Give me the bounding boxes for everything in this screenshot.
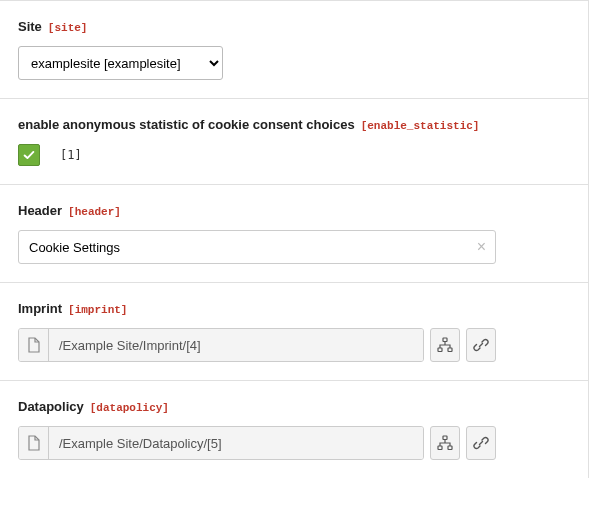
svg-rect-0: [443, 338, 447, 342]
field-label-enable-statistic: enable anonymous statistic of cookie con…: [18, 117, 570, 132]
checkbox-row: [1]: [18, 144, 570, 166]
datapolicy-link-button[interactable]: [466, 426, 496, 460]
enable-statistic-checkbox[interactable]: [18, 144, 40, 166]
imprint-sitemap-button[interactable]: [430, 328, 460, 362]
check-icon: [22, 148, 36, 162]
checkbox-value-display: [1]: [60, 148, 82, 162]
site-select[interactable]: examplesite [examplesite]: [18, 46, 223, 80]
field-label-header: Header [header]: [18, 203, 570, 218]
field-header: Header [header] ×: [0, 184, 589, 282]
datapolicy-sitemap-button[interactable]: [430, 426, 460, 460]
field-enable-statistic: enable anonymous statistic of cookie con…: [0, 98, 589, 184]
clear-header-button[interactable]: ×: [475, 237, 488, 257]
svg-rect-2: [448, 348, 452, 352]
field-label-datapolicy: Datapolicy [datapolicy]: [18, 399, 570, 414]
datapolicy-path-row: [18, 426, 496, 460]
page-icon-box: [19, 427, 49, 459]
page-icon: [27, 337, 41, 353]
field-label-site: Site [site]: [18, 19, 570, 34]
label-text: Site: [18, 19, 42, 34]
page-icon: [27, 435, 41, 451]
field-imprint: Imprint [imprint]: [0, 282, 589, 380]
svg-rect-1: [438, 348, 442, 352]
imprint-path-group: [18, 328, 424, 362]
label-text: Imprint: [18, 301, 62, 316]
datapolicy-path-group: [18, 426, 424, 460]
datapolicy-path-input[interactable]: [49, 427, 423, 459]
field-label-imprint: Imprint [imprint]: [18, 301, 570, 316]
link-icon: [473, 337, 489, 353]
sitemap-icon: [437, 337, 453, 353]
tech-key: [header]: [68, 206, 121, 218]
svg-rect-5: [448, 446, 452, 450]
imprint-path-row: [18, 328, 496, 362]
tech-key: [enable_statistic]: [361, 120, 480, 132]
imprint-link-button[interactable]: [466, 328, 496, 362]
svg-rect-4: [438, 446, 442, 450]
sitemap-icon: [437, 435, 453, 451]
page-icon-box: [19, 329, 49, 361]
link-icon: [473, 435, 489, 451]
tech-key: [datapolicy]: [90, 402, 169, 414]
imprint-path-input[interactable]: [49, 329, 423, 361]
label-text: Datapolicy: [18, 399, 84, 414]
field-site: Site [site] examplesite [examplesite]: [0, 0, 589, 98]
header-input[interactable]: [18, 230, 496, 264]
label-text: enable anonymous statistic of cookie con…: [18, 117, 355, 132]
field-datapolicy: Datapolicy [datapolicy]: [0, 380, 589, 478]
svg-rect-3: [443, 436, 447, 440]
header-input-wrap: ×: [18, 230, 496, 264]
close-icon: ×: [477, 238, 486, 255]
tech-key: [site]: [48, 22, 88, 34]
tech-key: [imprint]: [68, 304, 127, 316]
label-text: Header: [18, 203, 62, 218]
